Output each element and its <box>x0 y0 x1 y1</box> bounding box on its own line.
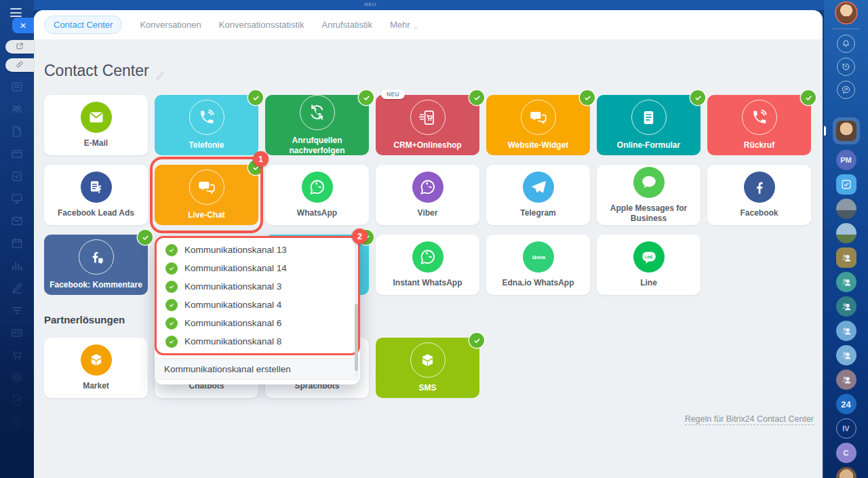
idcard-icon[interactable] <box>10 326 24 340</box>
calendar-icon[interactable] <box>10 237 24 250</box>
file-icon[interactable] <box>10 125 24 138</box>
employees-icon[interactable] <box>10 102 24 116</box>
news-icon[interactable] <box>10 80 24 94</box>
call-tracking-icon <box>300 95 335 130</box>
tile-e-mail[interactable]: E-Mail <box>44 95 148 155</box>
tile-viber[interactable]: Viber <box>376 165 479 225</box>
channel-list-item[interactable]: Kommunikationskanal 4 <box>157 296 358 314</box>
mail-icon[interactable] <box>10 214 24 228</box>
chat-bubbles-icon <box>521 100 556 135</box>
bitrix24-badge[interactable]: 24 <box>836 394 856 414</box>
edna-icon: edna <box>523 241 554 273</box>
funnel-icon[interactable] <box>10 304 24 317</box>
tile-label: CRM+Onlineshop <box>389 140 465 151</box>
tile-apple-messages-for-business[interactable]: Apple Messages for Business <box>597 165 701 225</box>
tile-r-ckruf[interactable]: Rückruf <box>707 95 811 155</box>
divider <box>833 28 860 29</box>
tile-telefonie[interactable]: Telefonie <box>155 95 258 155</box>
channel-list-item[interactable]: Kommunikationskanal 8 <box>157 332 358 351</box>
tab-konversationsstatistik[interactable]: Konversationsstatistik <box>219 20 304 30</box>
tile-label: SMS <box>414 383 440 393</box>
tasks-chat[interactable] <box>836 174 856 195</box>
chat-avatar-iv[interactable]: IV <box>836 418 856 439</box>
apple-messages-icon <box>633 167 665 198</box>
tile-instant-whatsapp[interactable]: Instant WhatsApp <box>376 235 479 295</box>
tasks-icon[interactable] <box>10 170 24 183</box>
channel-name: Kommunikationskanal 13 <box>184 245 287 255</box>
tile-label: E-Mail <box>80 138 112 148</box>
robot-icon[interactable] <box>10 438 24 452</box>
target-icon[interactable] <box>10 371 24 384</box>
chat-avatar-cat[interactable] <box>836 467 856 478</box>
group-chat-2[interactable] <box>836 272 856 292</box>
contact-center-rules-link[interactable]: Regeln für Bitrix24 Contact Center <box>685 414 814 425</box>
chat-avatar-selected[interactable] <box>833 117 860 144</box>
create-channel-button[interactable]: Kommunikationskanal erstellen <box>155 358 360 380</box>
chat-avatar-photo-1[interactable] <box>836 199 856 219</box>
profile-avatar[interactable] <box>836 3 856 23</box>
card-icon[interactable] <box>10 147 24 161</box>
menu-toggle-icon[interactable] <box>10 8 22 17</box>
tile-sms[interactable]: SMS <box>376 338 479 398</box>
chat-avatar-c[interactable]: C <box>836 443 856 463</box>
chat-avatar-pm[interactable]: PM <box>836 150 856 170</box>
tab-bar: Contact CenterKonversationenKonversation… <box>34 10 823 39</box>
cart-icon[interactable] <box>10 348 24 362</box>
pen-icon[interactable] <box>10 281 24 295</box>
history-button[interactable] <box>837 58 855 76</box>
sidebar-menu <box>0 80 34 452</box>
tab-mehr[interactable]: Mehr <box>390 20 418 30</box>
messenger-button[interactable] <box>837 81 855 99</box>
group-icon <box>840 374 852 386</box>
group-chat-4[interactable] <box>836 321 856 341</box>
popup-scrollbar[interactable] <box>355 243 358 378</box>
neu-badge: NEU <box>381 89 405 99</box>
group-chat-6[interactable] <box>836 370 856 390</box>
tile-telegram[interactable]: Telegram <box>486 165 590 225</box>
notifications-button[interactable] <box>837 35 855 53</box>
channel-list: Kommunikationskanal 13Kommunikationskana… <box>155 236 360 355</box>
copy-link-button[interactable] <box>5 58 34 72</box>
open-new-tab-button[interactable] <box>5 40 34 54</box>
group-icon <box>840 300 852 313</box>
livechat-channels-popup: Kommunikationskanal 13Kommunikationskana… <box>155 236 360 384</box>
chart-icon[interactable] <box>10 259 24 273</box>
tile-edna-io-whatsapp[interactable]: ednaEdna.io WhatsApp <box>486 235 590 295</box>
connected-check-icon <box>469 333 484 348</box>
tile-live-chat[interactable]: Live-Chat <box>155 165 258 225</box>
channel-list-item[interactable]: Kommunikationskanal 14 <box>157 259 358 277</box>
connected-check-icon <box>801 90 816 105</box>
phone-wave-icon <box>189 100 224 135</box>
tab-konversationen[interactable]: Konversationen <box>140 20 201 30</box>
tile-facebook-kommentare[interactable]: Facebook: Kommentare <box>44 235 148 295</box>
channel-list-item[interactable]: Kommunikationskanal 13 <box>157 241 358 259</box>
tab-anrufstatistik[interactable]: Anrufstatistik <box>322 20 372 30</box>
svg-text:LINE: LINE <box>645 255 653 259</box>
edit-title-icon[interactable] <box>155 66 165 76</box>
tab-contact-center[interactable]: Contact Center <box>44 16 122 34</box>
tile-whatsapp[interactable]: WhatsApp <box>265 165 369 225</box>
chat-avatar-photo-2[interactable] <box>836 223 856 243</box>
box-icon[interactable] <box>10 416 24 429</box>
tile-market[interactable]: Market <box>44 338 148 398</box>
tile-label: Apple Messages for Business <box>597 203 701 224</box>
channel-name: Kommunikationskanal 8 <box>184 336 281 346</box>
channel-list-item[interactable]: Kommunikationskanal 6 <box>157 314 358 332</box>
tile-crm-onlineshop[interactable]: CRM+OnlineshopNEU <box>376 95 479 155</box>
tile-facebook-lead-ads[interactable]: Facebook Lead Ads <box>44 165 148 225</box>
group-chat-1[interactable] <box>836 247 856 268</box>
tile-facebook[interactable]: Facebook <box>707 165 811 225</box>
doc-edit-icon[interactable] <box>10 393 24 407</box>
connected-check-icon <box>138 230 153 245</box>
connected-check-icon <box>690 90 705 105</box>
group-chat-5[interactable] <box>836 345 856 365</box>
kiosk-icon[interactable] <box>10 192 24 205</box>
tile-website-widget[interactable]: Website-Widget <box>486 95 590 155</box>
close-slider-button[interactable]: ✕ <box>12 18 34 33</box>
channel-list-item[interactable]: Kommunikationskanal 3 <box>157 277 358 296</box>
tile-online-formular[interactable]: Online-Formular <box>597 95 701 155</box>
tile-anrufquellen-nachverfolgen[interactable]: Anrufquellen nachverfolgen <box>265 95 369 155</box>
connected-check-icon <box>248 90 263 105</box>
tile-line[interactable]: LINELine <box>597 235 701 295</box>
group-chat-3[interactable] <box>836 296 856 317</box>
